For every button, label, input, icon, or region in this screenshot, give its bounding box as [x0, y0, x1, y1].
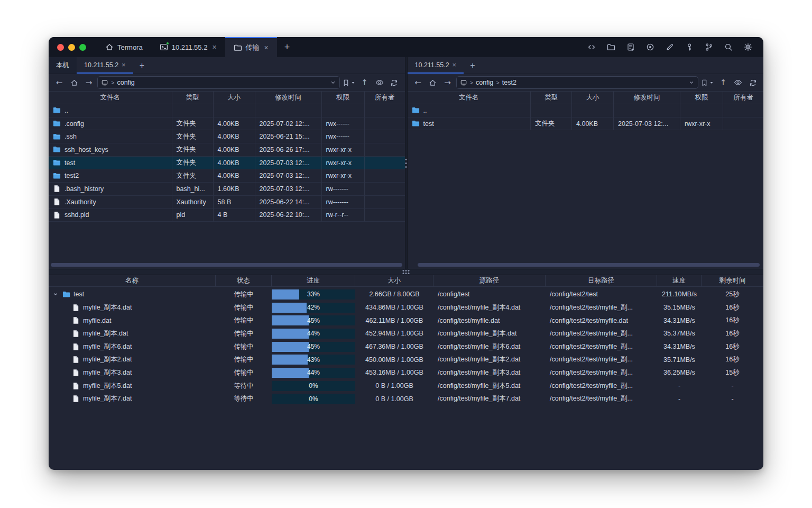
col-speed[interactable]: 速度: [657, 275, 702, 286]
col-mtime[interactable]: 修改时间: [614, 92, 680, 104]
transfer-row[interactable]: myfile_副本3.dat 传输中 44% 453.16MB / 1.00GB…: [49, 366, 763, 379]
new-tab-button[interactable]: +: [277, 37, 298, 57]
transfer-row[interactable]: myfile_副本6.dat 传输中 45% 467.36MB / 1.00GB…: [49, 340, 763, 353]
tab-remote-host[interactable]: 10.211.55.2 ×: [408, 57, 464, 74]
file-row[interactable]: sshd.pid pid 4 B 2025-06-22 10:... rw-r-…: [49, 209, 405, 222]
file-row[interactable]: ssh_host_keys 文件夹 4.00KB 2025-06-26 17:.…: [49, 143, 405, 157]
show-hidden-button[interactable]: [373, 76, 386, 89]
branch-icon[interactable]: [703, 41, 715, 53]
refresh-button[interactable]: [388, 76, 401, 89]
col-size[interactable]: 大小: [572, 92, 614, 104]
horizontal-scrollbar[interactable]: [51, 263, 402, 267]
close-tab-icon[interactable]: ×: [212, 43, 216, 51]
col-src[interactable]: 源路径: [433, 275, 546, 286]
transfer-row[interactable]: myfile_副本.dat 传输中 44% 452.94MB / 1.00GB …: [49, 327, 763, 340]
parent-dir-button[interactable]: ↑: [358, 76, 371, 89]
col-dst[interactable]: 目标路径: [546, 275, 657, 286]
gear-icon[interactable]: [742, 41, 754, 53]
maximize-window-button[interactable]: [79, 44, 86, 51]
home-button[interactable]: [427, 76, 439, 89]
back-button[interactable]: ←: [53, 76, 66, 89]
col-progress[interactable]: 进度: [272, 275, 355, 286]
code-icon[interactable]: [586, 41, 597, 53]
transfer-row[interactable]: test 传输中 33% 2.66GB / 8.00GB /config/tes…: [49, 288, 763, 301]
dropdown-arrow-icon: [350, 79, 356, 86]
col-size[interactable]: 大小: [214, 92, 255, 104]
transfer-name: myfile.dat: [83, 317, 112, 324]
file-row[interactable]: .ssh 文件夹 4.00KB 2025-06-21 15:... rwx---…: [49, 130, 405, 143]
col-eta[interactable]: 剩余时间: [702, 275, 763, 286]
tab-label: 10.211.55.2: [172, 43, 208, 51]
transfer-size: 452.94MB / 1.00GB: [355, 327, 433, 340]
bookmark-button[interactable]: [342, 79, 356, 87]
tab-local[interactable]: 本机: [49, 57, 77, 74]
chevron-down-icon[interactable]: [330, 79, 336, 86]
transfer-dst: /config/test2/test: [546, 288, 657, 301]
refresh-button[interactable]: [746, 76, 759, 89]
path-breadcrumb[interactable]: > config: [97, 76, 340, 89]
macro-list-icon[interactable]: [625, 41, 636, 53]
col-type[interactable]: 类型: [531, 92, 572, 104]
path-breadcrumb[interactable]: > config > test2: [456, 76, 699, 89]
file-row[interactable]: .bash_history bash_hi... 1.60KB 2025-07-…: [49, 183, 405, 196]
close-tab-icon[interactable]: ×: [264, 43, 269, 52]
tab-ssh-session[interactable]: 10.211.55.2 ×: [151, 37, 225, 57]
close-window-button[interactable]: [57, 44, 64, 51]
back-button[interactable]: ←: [412, 76, 425, 89]
col-status[interactable]: 状态: [216, 275, 272, 286]
chevron-down-icon[interactable]: [52, 291, 59, 297]
minimize-window-button[interactable]: [68, 44, 75, 51]
transfer-src: /config/test/myfile.dat: [433, 314, 546, 327]
bookmark-button[interactable]: [700, 79, 715, 87]
transfer-splitter[interactable]: [49, 269, 763, 275]
table-header: 文件名 类型 大小 修改时间 权限 所有者: [408, 92, 764, 104]
record-icon[interactable]: [644, 41, 656, 53]
chevron-down-icon[interactable]: [688, 79, 695, 86]
transfer-row[interactable]: myfile_副本5.dat 等待中 0% 0 B / 1.00GB /conf…: [49, 379, 763, 393]
tab-remote-host[interactable]: 10.211.55.2 ×: [77, 57, 133, 74]
horizontal-scrollbar[interactable]: [418, 263, 760, 267]
col-filename[interactable]: 文件名: [49, 92, 172, 104]
col-owner[interactable]: 所有者: [723, 92, 763, 104]
new-panel-tab-button[interactable]: +: [133, 57, 151, 74]
file-row[interactable]: ..: [49, 104, 405, 117]
col-perm[interactable]: 权限: [322, 92, 365, 104]
col-owner[interactable]: 所有者: [365, 92, 405, 104]
file-row[interactable]: test2 文件夹 4.00KB 2025-07-03 12:... rwxr-…: [49, 169, 405, 183]
crumb-segment[interactable]: config: [117, 79, 134, 86]
crumb-segment[interactable]: config: [476, 79, 493, 86]
close-tab-icon[interactable]: ×: [453, 61, 457, 69]
file-row[interactable]: .Xauthority Xauthority 58 B 2025-06-22 1…: [49, 196, 405, 209]
col-name[interactable]: 名称: [49, 275, 216, 286]
forward-button[interactable]: →: [82, 76, 95, 89]
edit-icon[interactable]: [664, 41, 676, 53]
key-icon[interactable]: [684, 41, 695, 53]
col-perm[interactable]: 权限: [680, 92, 723, 104]
col-size[interactable]: 大小: [355, 275, 433, 286]
crumb-segment[interactable]: test2: [502, 79, 516, 86]
file-row-selected[interactable]: test 文件夹 4.00KB 2025-07-03 12:... rwxr-x…: [49, 157, 405, 170]
transfer-row[interactable]: myfile.dat 传输中 45% 462.11MB / 1.00GB /co…: [49, 314, 763, 327]
file-row[interactable]: test 文件夹 4.00KB 2025-07-03 12:... rwxr-x…: [408, 117, 764, 131]
file-row[interactable]: ..: [408, 104, 764, 117]
folder-icon[interactable]: [605, 41, 617, 53]
file-row[interactable]: .config 文件夹 4.00KB 2025-07-02 12:... rwx…: [49, 117, 405, 131]
new-panel-tab-button[interactable]: +: [464, 57, 481, 74]
transfer-row[interactable]: myfile_副本4.dat 传输中 42% 434.86MB / 1.00GB…: [49, 301, 763, 314]
col-mtime[interactable]: 修改时间: [255, 92, 322, 104]
transfer-name: myfile_副本6.dat: [83, 342, 132, 351]
tab-termora-home[interactable]: Termora: [97, 37, 151, 57]
show-hidden-button[interactable]: [732, 76, 744, 89]
col-filename[interactable]: 文件名: [408, 92, 531, 104]
transfer-row[interactable]: myfile_副本2.dat 传输中 43% 450.00MB / 1.00GB…: [49, 353, 763, 366]
forward-button[interactable]: →: [441, 76, 454, 89]
parent-dir-button[interactable]: ↑: [717, 76, 730, 89]
transfer-row[interactable]: myfile_副本7.dat 等待中 0% 0 B / 1.00GB /conf…: [49, 393, 763, 406]
col-type[interactable]: 类型: [172, 92, 214, 104]
tab-transfer[interactable]: 传输 ×: [225, 37, 277, 57]
search-icon[interactable]: [723, 41, 734, 53]
transfer-size: 2.66GB / 8.00GB: [355, 288, 433, 301]
close-tab-icon[interactable]: ×: [122, 61, 126, 69]
home-button[interactable]: [68, 76, 80, 89]
transfer-speed: 35.15MB/s: [657, 301, 702, 314]
